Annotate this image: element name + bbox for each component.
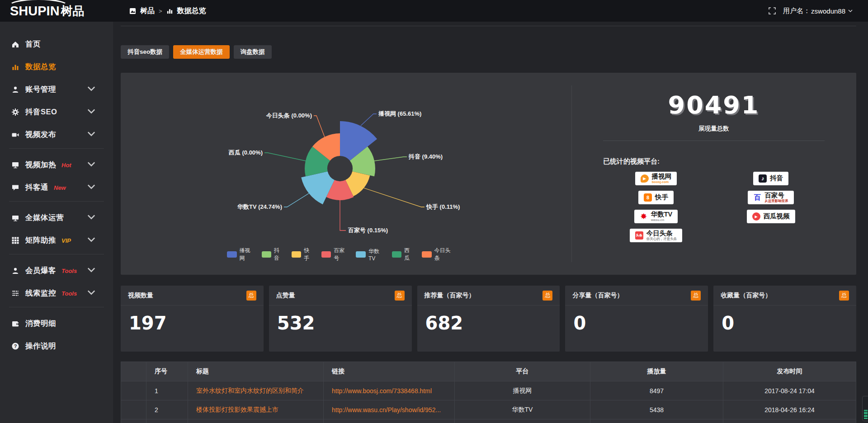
username-label: 用户名： [783, 7, 810, 15]
grid-icon [11, 236, 19, 244]
total-badge[interactable]: 总 [839, 291, 849, 301]
legend-item-1[interactable]: 抖音 [262, 247, 283, 262]
chevron-down-icon [87, 235, 101, 245]
sidebar-item-9[interactable]: 全媒体运营 [0, 209, 113, 227]
pie-slice-4[interactable] [301, 171, 335, 204]
col-header-0: 序号 [146, 362, 188, 381]
pie-label: 播视网 (65.61%) [378, 110, 421, 117]
platform-name: 今日头条 [646, 230, 677, 237]
sidebar-item-10[interactable]: 矩阵助推VIP [0, 231, 113, 249]
platform-subtext: 你关心的，才是头条 [646, 237, 677, 241]
sidebar-item-label: 视频发布 [25, 130, 56, 140]
legend-item-0[interactable]: 播视网 [227, 247, 254, 262]
douyin-logo-icon: ♪ [759, 174, 767, 183]
platform-subtext: 从这里影响世界 [764, 199, 788, 203]
photo-icon [129, 8, 136, 14]
sidebar-item-label: 首页 [25, 39, 41, 49]
legend-label: 播视网 [240, 247, 254, 262]
table-row-partial [121, 419, 856, 423]
pie-label: 快手 (0.11%) [426, 203, 460, 210]
header-divider [121, 26, 856, 26]
gear-icon [11, 108, 19, 116]
breadcrumb-current[interactable]: 数据总览 [177, 6, 206, 16]
total-badge[interactable]: 总 [691, 291, 701, 301]
scroll-indicator-bars [864, 409, 868, 419]
sidebar-item-0[interactable]: 首页 [0, 35, 113, 53]
legend-swatch [321, 251, 331, 258]
legend-swatch [422, 251, 432, 258]
legend-item-3[interactable]: 百家号 [321, 247, 348, 262]
pie-label: 西瓜 (0.00%) [228, 149, 263, 156]
sidebar-item-7[interactable]: 抖客通New [0, 179, 113, 197]
cell-title[interactable]: 楼体投影灯投影效果震撼上市 [188, 400, 324, 419]
sidebar-item-label: 线索监控 [25, 288, 56, 298]
sidebar-item-label: 账号管理 [25, 85, 56, 94]
sidebar-item-1[interactable]: 数据总览 [0, 58, 113, 76]
cell-seq: 2 [146, 400, 188, 419]
platform-name: 快手 [655, 194, 668, 201]
user-icon [11, 85, 19, 94]
sidebar-item-label: 会员爆客 [25, 266, 56, 276]
svg-text:?: ? [14, 343, 17, 349]
legend-item-2[interactable]: 快手 [292, 247, 313, 262]
sidebar-item-16[interactable]: ?操作说明 [0, 337, 113, 355]
legend-item-4[interactable]: 华数TV [356, 247, 384, 262]
chart-panel: 播视网 (65.61%)抖音 (9.40%)快手 (0.11%)百家号 (0.1… [121, 73, 856, 275]
sidebar-item-12[interactable]: 会员爆客Tools [0, 262, 113, 280]
sidebar-item-4[interactable]: 视频发布 [0, 126, 113, 144]
scrollbar-widget[interactable] [862, 396, 868, 421]
select-all-header [121, 362, 146, 381]
stat-card-3: 分享量（百家号）总0 [565, 286, 708, 352]
sidebar-item-label: 矩阵助推 [25, 235, 56, 245]
legend-swatch [262, 251, 271, 258]
data-tabs: 抖音seo数据全媒体运营数据询盘数据 [121, 45, 856, 59]
stat-card-value: 682 [417, 306, 560, 334]
user-menu[interactable]: 用户名：zswodun88 [783, 7, 853, 15]
col-header-4: 播放量 [590, 362, 723, 381]
platform-badge-4[interactable]: ✸华数TVwasu.cn [634, 210, 678, 223]
platforms-title: 已统计的视频平台: [603, 157, 856, 166]
sidebar-item-3[interactable]: 抖音SEO [0, 103, 113, 121]
total-badge[interactable]: 总 [395, 291, 405, 301]
legend-item-6[interactable]: 今日头条 [422, 247, 453, 262]
video-icon [11, 131, 19, 139]
video-table-wrap: 序号标题链接平台播放量发布时间 1室外水纹灯和室内水纹灯的区别和简介http:/… [121, 362, 856, 423]
sidebar-item-15[interactable]: 消费明细 [0, 315, 113, 333]
baijia-logo-icon: 百 [753, 193, 761, 202]
tab-1[interactable]: 全媒体运营数据 [173, 45, 230, 59]
pie-callout-line [364, 188, 425, 207]
breadcrumb-root[interactable]: 树品 [140, 6, 155, 16]
sidebar-item-2[interactable]: 账号管理 [0, 80, 113, 99]
cell-title[interactable]: 室外水纹灯和室内水纹灯的区别和简介 [188, 381, 324, 400]
sidebar-item-label: 视频加热 [25, 160, 56, 170]
stat-card-title: 分享量（百家号） [572, 291, 623, 300]
sidebar-item-6[interactable]: 视频加热Hot [0, 156, 113, 174]
platform-badge-2[interactable]: 8快手 [638, 191, 674, 204]
platform-name: 西瓜视频 [764, 213, 790, 220]
legend-swatch [292, 251, 301, 258]
summary-section: 90491 展现量总数 已统计的视频平台: ▶播视网boosj.com♪抖音8快… [571, 73, 856, 275]
tab-2[interactable]: 询盘数据 [234, 45, 272, 59]
cell-link[interactable]: http://www.boosj.com/7338468.html [324, 381, 455, 400]
username-value: zswodun88 [811, 7, 845, 15]
sidebar-item-badge: VIP [61, 237, 71, 244]
table-row-0: 1室外水纹灯和室内水纹灯的区别和简介http://www.boosj.com/7… [121, 381, 856, 400]
topbar: SHUPIN 树品 树品 > 数据总览 用户名：zswodun88 [0, 0, 868, 22]
total-impressions-value: 90491 [571, 91, 856, 119]
legend-item-5[interactable]: 西瓜 [392, 247, 414, 262]
tab-0[interactable]: 抖音seo数据 [121, 45, 169, 59]
platform-badge-3[interactable]: 百百家号从这里影响世界 [748, 191, 794, 204]
platform-badge-6[interactable]: 头条今日头条你关心的，才是头条 [630, 229, 683, 242]
platform-badge-5[interactable]: ▶西瓜视频 [747, 210, 795, 223]
help-icon: ? [11, 342, 19, 350]
total-badge[interactable]: 总 [542, 291, 552, 301]
breadcrumb: 树品 > 数据总览 [129, 6, 206, 16]
cell-link[interactable]: http://www.wasu.cn/Play/show/id/952... [324, 400, 455, 419]
fullscreen-icon[interactable] [769, 7, 776, 14]
col-header-2: 链接 [324, 362, 455, 381]
chevron-down-icon [87, 107, 101, 117]
total-badge[interactable]: 总 [246, 291, 256, 301]
platform-badge-1[interactable]: ♪抖音 [753, 172, 788, 185]
platform-badge-0[interactable]: ▶播视网boosj.com [635, 172, 677, 185]
sidebar-item-13[interactable]: 线索监控Tools [0, 284, 113, 302]
